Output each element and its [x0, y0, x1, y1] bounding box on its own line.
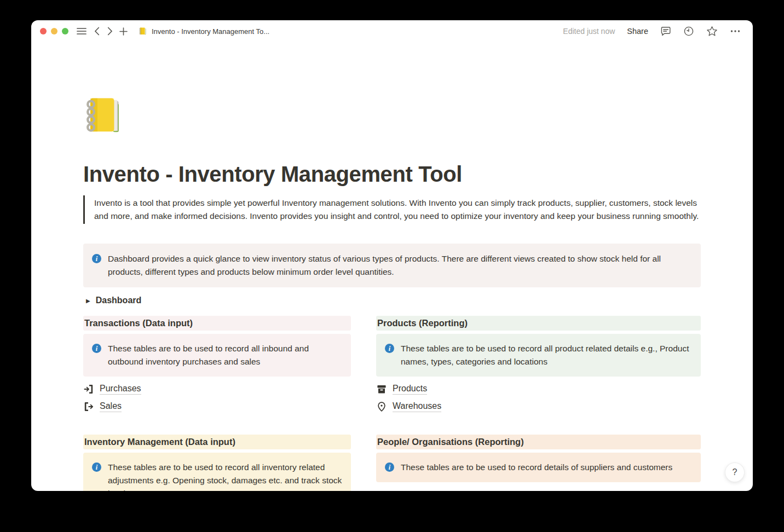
comments-icon[interactable]	[660, 26, 671, 37]
section-callout: i These tables are to be used to record …	[376, 453, 701, 482]
zoom-window-button[interactable]	[62, 28, 68, 34]
new-tab-button[interactable]	[119, 27, 128, 36]
page-link-sales[interactable]: Sales	[83, 401, 351, 413]
section-callout: i These tables are to be used to record …	[83, 334, 351, 377]
page-link-label[interactable]: Warehouses	[393, 401, 441, 412]
share-button[interactable]: Share	[627, 27, 648, 36]
door-enter-icon	[83, 384, 94, 395]
location-pin-icon	[376, 401, 387, 412]
page-link-products[interactable]: Products	[376, 383, 701, 395]
section-callout-text: These tables are to be used to record al…	[401, 342, 694, 368]
section-header: People/ Organisations (Reporting)	[376, 435, 701, 449]
page-title: Invento - Inventory Management Tool	[83, 161, 701, 187]
section-callout-text: These tables are to be used to record de…	[401, 461, 672, 474]
page-link-label[interactable]: Purchases	[100, 384, 141, 395]
section-callout-text: These tables are to be used to record al…	[108, 342, 344, 368]
section-callout: i These tables are to be used to record …	[376, 334, 701, 377]
favorite-star-icon[interactable]	[706, 26, 718, 37]
info-icon: i	[92, 254, 101, 263]
page-content: Invento - Inventory Management Tool Inve…	[31, 94, 753, 491]
page-link-label[interactable]: Products	[393, 384, 427, 395]
page-link-purchases[interactable]: Purchases	[83, 383, 351, 395]
dashboard-toggle[interactable]: ▶ Dashboard	[83, 294, 701, 307]
intro-quote: Invento is a tool that provides simple y…	[83, 195, 701, 224]
section-callout: i These tables are to be used to record …	[83, 453, 351, 491]
section-header: Inventory Management (Data input)	[83, 435, 351, 449]
edited-status: Edited just now	[563, 27, 615, 36]
page-emoji-icon[interactable]	[83, 94, 126, 137]
window-controls	[40, 28, 68, 34]
help-button[interactable]: ?	[725, 462, 745, 482]
info-icon: i	[385, 344, 394, 353]
info-icon: i	[385, 462, 394, 472]
sections-grid: Transactions (Data input) i These tables…	[83, 316, 701, 491]
dashboard-callout-text: Dashboard provides a quick glance to vie…	[108, 252, 692, 279]
notion-window: Invento - Inventory Management To... Edi…	[31, 20, 753, 491]
more-options-icon[interactable]	[730, 26, 741, 37]
forward-button[interactable]	[107, 27, 113, 36]
section-people-organisations: People/ Organisations (Reporting) i Thes…	[376, 435, 701, 482]
sidebar-menu-icon[interactable]	[77, 27, 87, 35]
toggle-triangle-icon[interactable]: ▶	[86, 298, 90, 304]
page-link-warehouses[interactable]: Warehouses	[376, 401, 701, 413]
page-link-label[interactable]: Sales	[100, 401, 122, 412]
info-icon: i	[92, 462, 101, 472]
back-button[interactable]	[94, 27, 100, 36]
history-clock-icon[interactable]	[683, 26, 694, 37]
dashboard-toggle-label: Dashboard	[96, 296, 142, 305]
section-products: Products (Reporting) i These tables are …	[376, 316, 701, 413]
minimize-window-button[interactable]	[51, 28, 57, 34]
close-window-button[interactable]	[40, 28, 47, 34]
section-inventory-management: Inventory Management (Data input) i Thes…	[83, 435, 351, 491]
section-callout-text: These tables are to be used to record al…	[108, 461, 344, 491]
section-header: Products (Reporting)	[376, 316, 701, 331]
section-transactions: Transactions (Data input) i These tables…	[83, 316, 351, 413]
archive-box-icon	[376, 384, 387, 395]
titlebar: Invento - Inventory Management To... Edi…	[31, 20, 753, 42]
section-header: Transactions (Data input)	[83, 316, 351, 331]
page-tab[interactable]: Invento - Inventory Management To...	[139, 27, 269, 36]
door-exit-icon	[83, 401, 94, 412]
notebook-emoji-icon	[139, 27, 147, 36]
tab-title: Invento - Inventory Management To...	[152, 27, 269, 36]
dashboard-info-callout: i Dashboard provides a quick glance to v…	[83, 244, 701, 287]
info-icon: i	[92, 344, 101, 353]
